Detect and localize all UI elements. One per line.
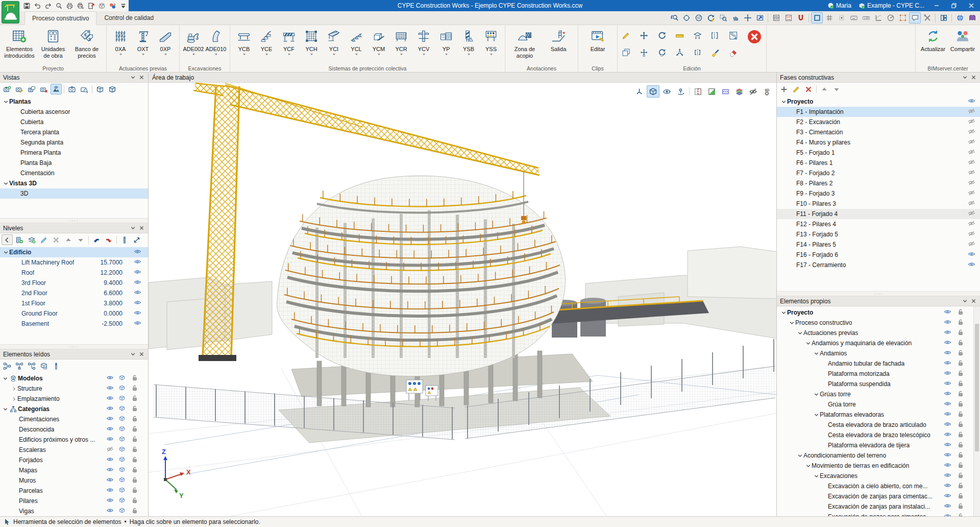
ribbon-button-compartir[interactable]: Compartir bbox=[948, 27, 977, 53]
section-plane-button[interactable] bbox=[705, 85, 718, 98]
element-row[interactable]: Escaleras bbox=[0, 445, 148, 455]
ribbon-button-ycm[interactable]: YCM bbox=[368, 27, 389, 56]
zoom-window-button[interactable] bbox=[717, 12, 729, 23]
lock-toggle[interactable] bbox=[957, 431, 964, 440]
isolate-3d-toggle[interactable] bbox=[118, 395, 126, 403]
isolate-3d-toggle[interactable] bbox=[118, 446, 126, 454]
dimension-button[interactable]: 1.00 bbox=[860, 12, 872, 23]
project-chip[interactable]: Example - CYPE C... bbox=[856, 2, 927, 9]
chevron-down-icon[interactable] bbox=[813, 351, 820, 356]
export-doc-button[interactable] bbox=[86, 1, 96, 11]
minimize-button[interactable] bbox=[929, 0, 944, 11]
redo-button[interactable] bbox=[43, 1, 53, 11]
visibility-toggle[interactable] bbox=[944, 502, 951, 511]
level-row[interactable]: 2nd Floor6.6000 bbox=[0, 288, 148, 298]
selection-box-button[interactable] bbox=[897, 12, 909, 23]
lock-toggle[interactable] bbox=[131, 385, 138, 393]
lock-toggle[interactable] bbox=[131, 466, 138, 475]
stretch-button[interactable] bbox=[674, 47, 688, 60]
visibility-toggle[interactable] bbox=[106, 425, 114, 434]
isolate-3d-toggle[interactable] bbox=[118, 466, 126, 475]
element-row[interactable]: Structure bbox=[0, 384, 148, 394]
visibility-toggle[interactable] bbox=[134, 289, 141, 298]
level-row[interactable]: Lift Machinery Roof15.7000 bbox=[0, 257, 148, 268]
ribbon-button-editar[interactable]: Editar bbox=[581, 27, 614, 53]
lock-toggle[interactable] bbox=[957, 411, 964, 419]
close-panel-icon[interactable] bbox=[969, 74, 978, 81]
level-add-button[interactable] bbox=[14, 234, 25, 245]
visibility-toggle[interactable] bbox=[968, 117, 975, 127]
own-element-row[interactable]: Grúa torre bbox=[777, 399, 974, 410]
visibility-toggle[interactable] bbox=[968, 97, 975, 106]
viewport-canvas[interactable]: Z X Y bbox=[149, 82, 776, 516]
visibility-toggle[interactable] bbox=[968, 158, 975, 167]
lock-toggle[interactable] bbox=[131, 497, 138, 506]
chevron-down-icon[interactable] bbox=[780, 99, 787, 105]
level-row[interactable]: Basement-2.5000 bbox=[0, 319, 148, 329]
keyboard-button[interactable] bbox=[848, 12, 860, 23]
visibility-toggle[interactable] bbox=[106, 374, 114, 383]
panel-divider[interactable]: .... bbox=[0, 344, 148, 349]
phase-row[interactable]: F16 - Forjado 6 bbox=[777, 250, 980, 260]
own-element-row[interactable]: Movimiento de tierras en edificación bbox=[777, 461, 974, 471]
frame-button[interactable] bbox=[811, 12, 823, 23]
visibility-toggle[interactable] bbox=[968, 148, 975, 157]
tab-control-de-calidad[interactable]: Control de calidad bbox=[96, 11, 161, 25]
phase-row[interactable]: F1 - Implantación bbox=[777, 107, 980, 117]
hand-red-button[interactable] bbox=[103, 234, 114, 245]
ribbon-button-yci[interactable]: YCI bbox=[323, 27, 345, 56]
phase-row[interactable]: F8 - Pilares 2 bbox=[777, 178, 980, 188]
collapse-panel-icon[interactable] bbox=[129, 74, 137, 81]
hide-elements-button[interactable] bbox=[747, 85, 760, 98]
ribbon-button-unidades-de-obra[interactable]: Unidadesde obra bbox=[37, 27, 69, 59]
visibility-toggle[interactable] bbox=[944, 420, 951, 429]
split-columns-button[interactable] bbox=[710, 30, 723, 43]
lock-toggle[interactable] bbox=[131, 487, 138, 495]
view-item-row[interactable]: Cubierta bbox=[0, 117, 148, 127]
ribbon-button-0xa[interactable]: 0XA bbox=[110, 27, 131, 56]
view-item-row[interactable]: Tercera planta bbox=[0, 127, 148, 137]
visibility-toggle[interactable] bbox=[968, 169, 975, 178]
add-plus-button[interactable] bbox=[778, 84, 790, 94]
element-row[interactable]: Forjados bbox=[0, 455, 148, 465]
building-model[interactable] bbox=[277, 176, 566, 376]
visibility-toggle[interactable] bbox=[944, 328, 951, 338]
isolate-3d-toggle[interactable] bbox=[118, 487, 126, 495]
ribbon-button-ycr[interactable]: YCR bbox=[390, 27, 412, 56]
visibility-toggle[interactable] bbox=[968, 240, 975, 249]
element-row[interactable]: Edificios próximos y otros ... bbox=[0, 435, 148, 445]
edit-pencil-yellow-button[interactable] bbox=[791, 84, 802, 94]
view-3d-button[interactable] bbox=[647, 85, 659, 98]
lock-toggle[interactable] bbox=[131, 415, 138, 424]
lock-toggle[interactable] bbox=[957, 319, 964, 327]
chevron-down-icon[interactable] bbox=[796, 330, 803, 336]
ribbon-button-yce[interactable]: YCE bbox=[256, 27, 277, 56]
element-row[interactable]: Emplazamiento bbox=[0, 394, 148, 404]
down-gray-button[interactable] bbox=[75, 234, 86, 245]
visibility-toggle[interactable] bbox=[944, 390, 951, 399]
phase-row[interactable]: F12 - Pilares 4 bbox=[777, 219, 980, 229]
isolate-3d-toggle[interactable] bbox=[118, 456, 126, 465]
chevron-down-icon[interactable] bbox=[788, 320, 795, 326]
view-group-row[interactable]: Plantas bbox=[0, 97, 148, 107]
visibility-toggle[interactable] bbox=[106, 404, 114, 414]
section-dashed-button[interactable] bbox=[719, 85, 732, 98]
ribbon-button-banco-de-precios[interactable]: €$Banco deprecios bbox=[70, 27, 103, 59]
chevron-down-icon[interactable] bbox=[796, 453, 803, 459]
chevron-right-icon[interactable] bbox=[10, 386, 17, 392]
phase-row[interactable]: F10 - Pilares 3 bbox=[777, 199, 980, 209]
own-element-row[interactable]: Plataforma elevadora de tijera bbox=[777, 440, 974, 450]
visibility-toggle[interactable] bbox=[106, 435, 114, 444]
phase-row[interactable]: F14 - Pilares 5 bbox=[777, 239, 980, 250]
protractor-button[interactable] bbox=[885, 12, 896, 23]
level-row[interactable]: 1st Floor3.8000 bbox=[0, 298, 148, 308]
visibility-toggle[interactable] bbox=[106, 456, 114, 465]
element-row[interactable]: Muros bbox=[0, 475, 148, 486]
lock-toggle[interactable] bbox=[957, 329, 964, 338]
ribbon-button-salida[interactable]: Salida bbox=[542, 27, 575, 53]
ribbon-button-yp[interactable]: YP bbox=[435, 27, 457, 56]
view-group-row[interactable]: Vistas 3D bbox=[0, 178, 148, 188]
ribbon-button-ych[interactable]: YCH bbox=[301, 27, 322, 56]
ortho-angle-button[interactable] bbox=[872, 12, 884, 23]
visibility-toggle[interactable] bbox=[944, 512, 951, 516]
